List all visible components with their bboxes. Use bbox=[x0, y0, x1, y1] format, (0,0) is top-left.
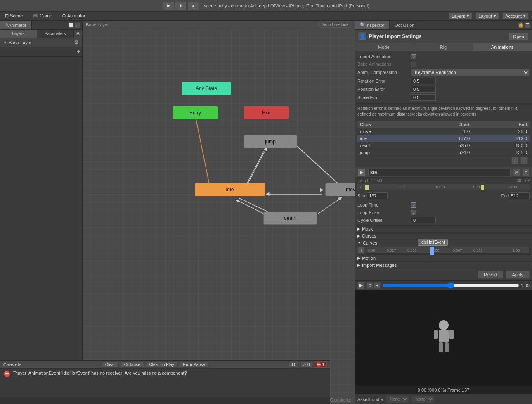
table-row[interactable]: idle 137.0 512.0 bbox=[357, 135, 530, 142]
play-button[interactable]: ▶ bbox=[163, 2, 174, 10]
error-icon: ⛔ bbox=[316, 362, 321, 367]
error-pause-btn[interactable]: Error Pause bbox=[180, 361, 209, 368]
table-row[interactable]: jump 534.0 535.0 bbox=[357, 149, 530, 156]
clips-remove-btn[interactable]: − bbox=[520, 157, 528, 164]
menu-scene[interactable]: ⊞ Scene bbox=[3, 12, 24, 19]
state-idle[interactable]: idle bbox=[195, 183, 265, 196]
end-handle[interactable] bbox=[481, 185, 484, 190]
state-move[interactable]: move bbox=[325, 183, 355, 196]
tab-animations[interactable]: Animations bbox=[473, 43, 532, 51]
animator-panel: Base Layer Auto Live Link bbox=[83, 21, 355, 404]
event-tooltip: idleHalfEvent bbox=[418, 239, 448, 246]
rotation-error-input[interactable] bbox=[411, 78, 436, 84]
menu-animator[interactable]: ⚙ Animator bbox=[60, 12, 87, 19]
clear-on-play-btn[interactable]: Clear on Play bbox=[146, 361, 178, 368]
preview-ctrl-2[interactable]: ● bbox=[374, 282, 381, 289]
curves-label: Curves bbox=[362, 233, 376, 238]
tab-layers[interactable]: Layers bbox=[0, 30, 37, 38]
events-timeline[interactable]: 0:00 0:017 0:033 0:050 0:067 0:083 1:00 … bbox=[366, 247, 530, 254]
tab-occlusion[interactable]: Occlusion bbox=[390, 21, 420, 29]
events-timeline-row: + 0:00 0:017 0:033 0:050 0:067 0:083 1:0… bbox=[355, 246, 532, 254]
account-dropdown[interactable]: Account ▾ bbox=[502, 12, 529, 19]
scale-error-input[interactable] bbox=[411, 94, 436, 101]
pause-button[interactable]: ⏸ bbox=[175, 2, 187, 10]
import-messages-section[interactable]: ▶ Import Messages bbox=[355, 261, 532, 269]
tab-parameters[interactable]: Parameters bbox=[37, 30, 74, 38]
tab-model[interactable]: Model bbox=[355, 43, 414, 51]
start-end-row: Start End bbox=[355, 191, 532, 200]
clip-start-move: 1.0 bbox=[415, 128, 472, 135]
events-add-btn[interactable]: + bbox=[357, 247, 365, 254]
cycle-offset-input[interactable] bbox=[411, 217, 436, 223]
state-entry[interactable]: Entry bbox=[173, 106, 218, 119]
add-layer-btn[interactable]: + bbox=[77, 48, 80, 55]
panel-menu[interactable]: ☰ bbox=[75, 22, 80, 28]
end-input[interactable] bbox=[509, 192, 530, 199]
anim-preview-play[interactable]: ▶ bbox=[357, 168, 366, 176]
state-any-state[interactable]: Any State bbox=[182, 82, 231, 95]
inspector-lock[interactable]: 🔒 bbox=[518, 22, 524, 28]
clip-end-jump: 535.0 bbox=[472, 149, 530, 156]
panel-maximize[interactable]: ⬜ bbox=[68, 22, 74, 28]
eye-toggle[interactable]: 👁 bbox=[74, 30, 82, 38]
anim-clip-name[interactable] bbox=[368, 169, 511, 176]
animator-canvas[interactable]: Any State Entry Exit jump idle bbox=[83, 29, 355, 404]
svg-line-3 bbox=[248, 149, 266, 184]
svg-line-9 bbox=[293, 143, 338, 184]
tab-rig[interactable]: Rig bbox=[414, 43, 473, 51]
apply-button[interactable]: Apply bbox=[506, 271, 530, 279]
open-button[interactable]: Open bbox=[508, 33, 529, 40]
svg-rect-15 bbox=[449, 330, 454, 339]
curves-triangle: ▶ bbox=[357, 234, 360, 238]
revert-button[interactable]: Revert bbox=[478, 271, 503, 279]
table-row[interactable]: death 525.0 650.0 bbox=[357, 142, 530, 149]
anim-clip-settings-icon[interactable]: ⚙ bbox=[522, 169, 530, 176]
layout-dropdown[interactable]: Layout ▾ bbox=[475, 12, 499, 19]
loop-time-checkbox[interactable] bbox=[411, 202, 416, 208]
asset-bundle-select2[interactable]: None bbox=[412, 396, 434, 403]
import-anim-checkbox[interactable] bbox=[411, 54, 416, 59]
mask-section[interactable]: ▶ Mask bbox=[355, 225, 532, 232]
preview-play-btn[interactable]: ▶ bbox=[357, 282, 365, 289]
start-input[interactable] bbox=[367, 192, 388, 199]
table-row[interactable]: move 1.0 25.0 bbox=[357, 128, 530, 135]
animator-tab[interactable]: ⚙ Animator bbox=[0, 21, 31, 29]
tab-inspector[interactable]: 🔍 Inspector bbox=[355, 21, 390, 29]
bake-anim-checkbox[interactable] bbox=[411, 62, 416, 67]
layer-settings[interactable]: ⚙ bbox=[74, 39, 79, 45]
error-row-icon: ⛔ bbox=[3, 371, 10, 377]
collapse-btn[interactable]: Collapse bbox=[121, 361, 144, 368]
clip-start-idle: 137.0 bbox=[415, 135, 472, 142]
state-death[interactable]: death bbox=[263, 212, 317, 225]
clips-add-btn[interactable]: + bbox=[511, 157, 519, 164]
svg-point-12 bbox=[439, 320, 449, 330]
clips-col-start: Start bbox=[415, 121, 472, 128]
motion-section[interactable]: ▶ Motion bbox=[355, 254, 532, 261]
position-error-input[interactable] bbox=[411, 86, 436, 93]
mask-label: Mask bbox=[362, 226, 373, 231]
mark-20: 20:00 bbox=[508, 185, 517, 189]
preview-ctrl-1[interactable]: ⟲ bbox=[366, 282, 373, 289]
anim-clip-target-icon[interactable]: ◎ bbox=[513, 169, 520, 176]
curves-section[interactable]: ▶ Curves bbox=[355, 232, 532, 239]
menu-game[interactable]: 🎮 Game bbox=[31, 12, 54, 19]
step-button[interactable]: ⏭ bbox=[187, 2, 199, 10]
start-label: Start bbox=[357, 193, 367, 198]
clear-btn[interactable]: Clear bbox=[102, 361, 119, 368]
asset-bundle-select1[interactable]: None bbox=[386, 396, 409, 403]
main-layout: ⚙ Animator ⬜ ☰ Layers Parameters 👁 ▼ Bas… bbox=[0, 21, 532, 404]
event-marker-idleHalfEvent[interactable]: idleHalfEvent bbox=[430, 247, 434, 255]
loop-pose-checkbox[interactable] bbox=[411, 210, 416, 215]
play-controls[interactable]: ▶ ⏸ ⏭ bbox=[163, 2, 199, 10]
ev-mark-100: 1:00 bbox=[513, 248, 520, 252]
start-handle[interactable] bbox=[365, 185, 369, 190]
inspector-menu[interactable]: ☰ bbox=[525, 22, 530, 28]
preview-slider[interactable] bbox=[382, 284, 519, 287]
state-exit[interactable]: Exit bbox=[244, 106, 289, 119]
anim-compression-select[interactable]: Keyframe Reduction bbox=[411, 69, 530, 76]
timeline-ruler[interactable]: 0:00 5:00 10:00 15:00 20:00 bbox=[357, 184, 530, 190]
auto-live-link[interactable]: Auto Live Link bbox=[319, 21, 351, 28]
layers-dropdown[interactable]: Layers ▾ bbox=[449, 12, 472, 19]
clip-name-jump: jump bbox=[357, 149, 415, 156]
state-jump[interactable]: jump bbox=[244, 135, 297, 148]
